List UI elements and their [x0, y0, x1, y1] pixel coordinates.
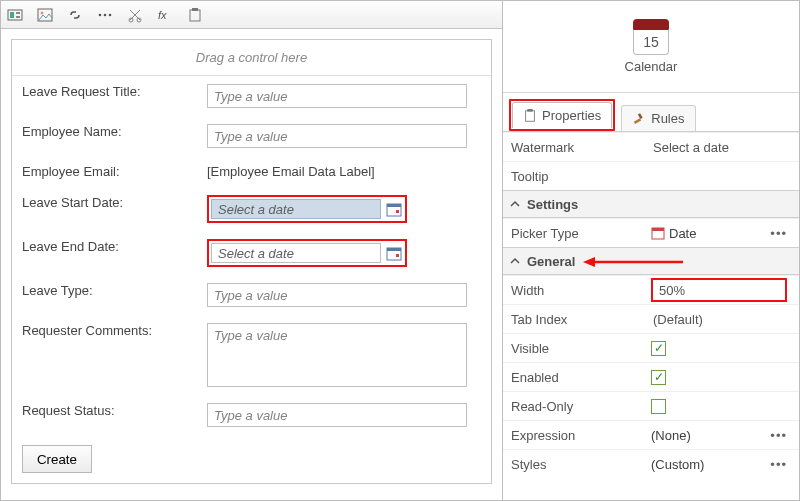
calendar-icon[interactable]	[383, 198, 405, 220]
label-visible: Visible	[511, 341, 651, 356]
svg-rect-20	[387, 248, 401, 251]
tb-paste-icon[interactable]	[185, 5, 205, 25]
tabs: Properties Rules	[503, 93, 799, 132]
input-tooltip[interactable]	[651, 165, 791, 187]
tab-rules[interactable]: Rules	[621, 105, 695, 131]
calendar-header: 15 Calendar	[503, 1, 799, 93]
drop-hint: Drag a control here	[12, 40, 491, 76]
tab-properties[interactable]: Properties	[512, 102, 612, 128]
label-requester-comments: Requester Comments:	[12, 315, 197, 395]
svg-marker-29	[583, 257, 595, 267]
svg-rect-27	[652, 228, 664, 231]
svg-rect-1	[10, 12, 14, 18]
svg-rect-25	[638, 113, 643, 119]
label-request-status: Request Status:	[12, 395, 197, 435]
tb-image-icon[interactable]	[35, 5, 55, 25]
value-employee-email: [Employee Email Data Label]	[207, 164, 375, 179]
input-tab-index[interactable]	[651, 308, 791, 330]
svg-rect-14	[190, 10, 200, 21]
tb-layout-icon[interactable]	[5, 5, 25, 25]
calendar-large-icon: 15	[633, 19, 669, 55]
input-request-status[interactable]: Type a value	[207, 403, 467, 427]
label-watermark: Watermark	[511, 140, 651, 155]
ellipsis-expression[interactable]: •••	[770, 428, 791, 443]
section-settings[interactable]: Settings	[503, 190, 799, 218]
clipboard-icon	[523, 109, 537, 123]
form-panel: Drag a control here Leave Request Title:…	[11, 39, 492, 484]
tb-chain-icon[interactable]	[65, 5, 85, 25]
label-leave-end: Leave End Date:	[12, 231, 197, 275]
svg-rect-24	[634, 118, 641, 124]
tb-more-icon[interactable]	[95, 5, 115, 25]
input-leave-end-date[interactable]: Select a date	[207, 239, 407, 267]
svg-rect-21	[396, 254, 399, 257]
svg-point-6	[99, 13, 102, 16]
svg-point-7	[104, 13, 107, 16]
input-leave-start-date[interactable]: Select a date	[207, 195, 407, 223]
svg-text:fx: fx	[158, 9, 167, 21]
input-watermark[interactable]	[651, 136, 791, 158]
label-leave-title: Leave Request Title:	[12, 76, 197, 116]
label-employee-name: Employee Name:	[12, 116, 197, 156]
chevron-up-icon	[509, 198, 521, 210]
calendar-label: Calendar	[625, 59, 678, 74]
svg-point-8	[109, 13, 112, 16]
label-expression: Expression	[511, 428, 651, 443]
calendar-icon[interactable]	[383, 242, 405, 264]
tb-cut-icon[interactable]	[125, 5, 145, 25]
input-leave-title[interactable]: Type a value	[207, 84, 467, 108]
create-button[interactable]: Create	[22, 445, 92, 473]
calendar-small-icon	[651, 226, 665, 240]
gavel-icon	[632, 112, 646, 126]
section-general[interactable]: General	[503, 247, 799, 275]
checkbox-enabled[interactable]	[651, 370, 666, 385]
tb-fx-icon[interactable]: fx	[155, 5, 175, 25]
label-read-only: Read-Only	[511, 399, 651, 414]
toolbar: fx	[1, 1, 502, 29]
chevron-up-icon	[509, 255, 521, 267]
svg-rect-2	[16, 12, 20, 14]
input-leave-type[interactable]: Type a value	[207, 283, 467, 307]
label-enabled: Enabled	[511, 370, 651, 385]
label-leave-type: Leave Type:	[12, 275, 197, 315]
value-styles[interactable]: (Custom)	[651, 457, 704, 472]
label-picker-type: Picker Type	[511, 226, 651, 241]
svg-point-5	[41, 11, 44, 14]
value-expression[interactable]: (None)	[651, 428, 691, 443]
ellipsis-picker-type[interactable]: •••	[770, 226, 791, 241]
input-requester-comments[interactable]: Type a value	[207, 323, 467, 387]
label-employee-email: Employee Email:	[12, 156, 197, 187]
ellipsis-styles[interactable]: •••	[770, 457, 791, 472]
svg-rect-17	[387, 204, 401, 207]
input-width[interactable]: 50%	[651, 278, 787, 302]
label-styles: Styles	[511, 457, 651, 472]
svg-rect-23	[527, 109, 532, 112]
svg-rect-22	[526, 110, 535, 121]
label-tab-index: Tab Index	[511, 312, 651, 327]
svg-rect-3	[16, 16, 20, 18]
svg-rect-15	[192, 8, 198, 11]
input-employee-name[interactable]: Type a value	[207, 124, 467, 148]
label-width: Width	[511, 283, 651, 298]
label-leave-start: Leave Start Date:	[12, 187, 197, 231]
value-picker-type[interactable]: Date	[651, 226, 696, 241]
svg-rect-18	[396, 210, 399, 213]
arrow-annotation	[583, 255, 683, 272]
checkbox-read-only[interactable]	[651, 399, 666, 414]
checkbox-visible[interactable]	[651, 341, 666, 356]
label-tooltip: Tooltip	[511, 169, 651, 184]
properties-panel: Watermark Tooltip Settings Picker Type D…	[503, 132, 799, 500]
highlight-properties-tab: Properties	[509, 99, 615, 131]
